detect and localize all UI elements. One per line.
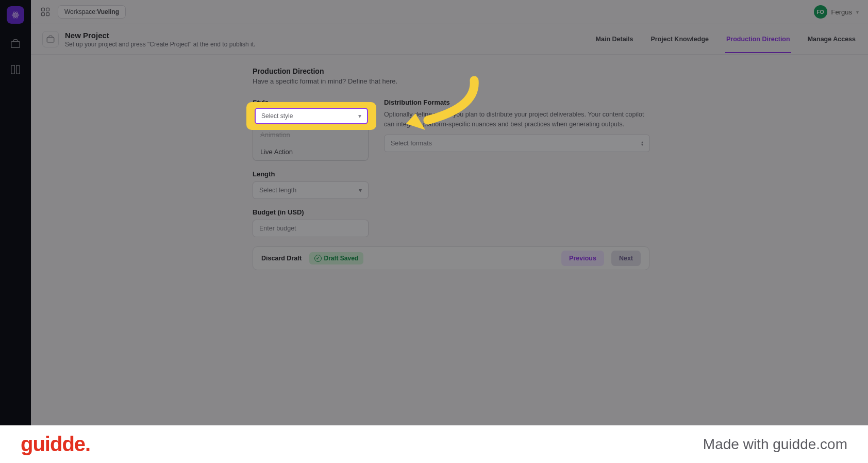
app-logo[interactable] <box>7 6 24 24</box>
draft-saved-badge: ✓ Draft Saved <box>309 252 364 264</box>
style-option-live-action[interactable]: Live Action <box>253 143 368 160</box>
form-footer: Discard Draft ✓ Draft Saved Previous Nex… <box>253 246 649 270</box>
chevron-down-icon: ▾ <box>358 112 361 120</box>
guidde-brand: guidde. <box>21 433 90 456</box>
briefcase-icon[interactable] <box>10 38 21 49</box>
check-circle-icon: ✓ <box>314 255 322 262</box>
svg-rect-4 <box>11 41 20 47</box>
page-subtitle: Set up your project and press "Create Pr… <box>65 41 255 48</box>
workspace-label: Workspace: <box>64 8 97 15</box>
length-label: Length <box>253 170 369 178</box>
project-tabs: Main Details Project Knowledge Productio… <box>595 25 857 53</box>
length-placeholder: Select length <box>259 187 296 194</box>
svg-rect-8 <box>46 13 49 16</box>
grid-icon[interactable] <box>40 7 51 17</box>
page-title: New Project <box>65 31 255 40</box>
project-icon <box>42 31 59 47</box>
section-title: Production Direction <box>253 67 649 75</box>
user-menu[interactable]: FO Fergus ▾ <box>814 5 859 19</box>
previous-button[interactable]: Previous <box>561 251 604 266</box>
tab-project-knowledge[interactable]: Project Knowledge <box>650 25 710 53</box>
tutorial-arrow <box>397 76 485 138</box>
sort-icon: ▴▾ <box>641 141 643 146</box>
book-icon[interactable] <box>10 64 21 75</box>
workspace-name: Vueling <box>97 8 119 15</box>
project-header: New Project Set up your project and pres… <box>31 24 868 55</box>
avatar: FO <box>814 5 827 19</box>
svg-rect-9 <box>47 37 54 42</box>
workspace-pill[interactable]: Workspace:Vueling <box>58 5 126 19</box>
budget-input[interactable]: Enter budget <box>253 220 369 237</box>
guidde-footer: guidde. Made with guidde.com <box>0 425 868 463</box>
style-dropdown: Animation Live Action <box>253 126 369 161</box>
budget-placeholder: Enter budget <box>259 225 296 232</box>
left-rail <box>0 0 31 425</box>
chevron-down-icon: ▾ <box>359 187 362 194</box>
length-select[interactable]: Select length ▾ <box>253 181 369 199</box>
discard-button[interactable]: Discard Draft <box>261 255 302 262</box>
distribution-placeholder: Select formats <box>391 140 432 147</box>
tab-manage-access[interactable]: Manage Access <box>807 25 857 53</box>
svg-rect-5 <box>42 8 45 11</box>
svg-point-1 <box>12 13 19 16</box>
tab-production-direction[interactable]: Production Direction <box>725 25 791 53</box>
svg-rect-7 <box>42 13 45 16</box>
svg-rect-6 <box>46 8 49 11</box>
chevron-down-icon: ▾ <box>856 9 859 15</box>
guidde-made-with: Made with guidde.com <box>703 436 847 453</box>
tab-main-details[interactable]: Main Details <box>595 25 635 53</box>
top-bar: Workspace:Vueling FO Fergus ▾ <box>31 0 868 24</box>
tutorial-highlight: Select style ▾ <box>246 102 376 130</box>
atom-icon <box>11 10 20 20</box>
user-name: Fergus <box>831 8 852 16</box>
style-select-highlighted[interactable]: Select style ▾ <box>255 108 368 124</box>
budget-label: Budget (in USD) <box>253 208 369 216</box>
next-button[interactable]: Next <box>611 251 641 266</box>
svg-point-0 <box>15 14 16 16</box>
